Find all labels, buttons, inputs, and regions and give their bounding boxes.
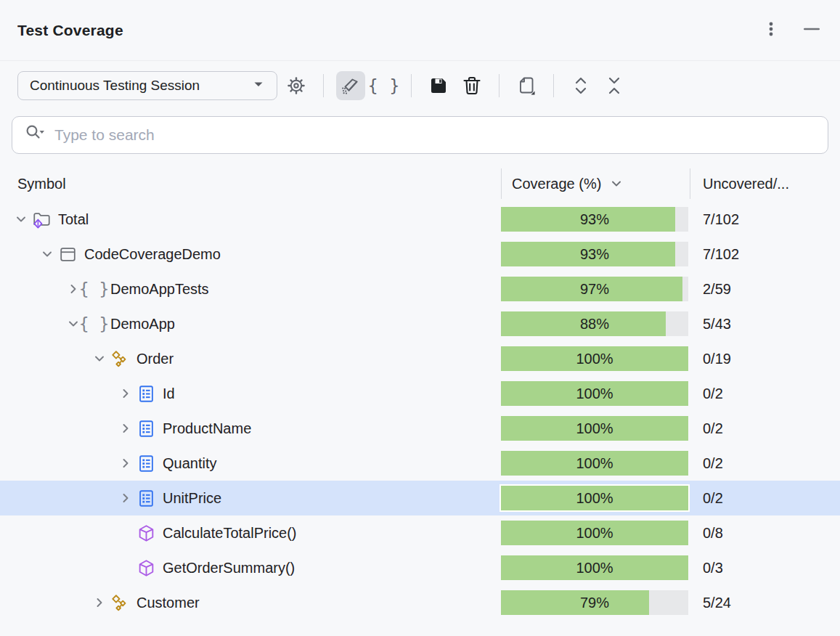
- toolbar-divider: [411, 74, 412, 97]
- coverage-bar: 79%: [501, 590, 688, 615]
- test-coverage-tool-window: Test Coverage Continuous Testing Session: [0, 0, 840, 636]
- chevron-down-icon: [250, 76, 266, 96]
- coverage-percent-label: 93%: [501, 242, 688, 266]
- uncovered-cell: 7/102: [703, 246, 840, 263]
- title-bar: Test Coverage: [0, 0, 840, 61]
- save-icon: [428, 75, 449, 97]
- coverage-toolbar: Continuous Testing Session { }: [0, 61, 840, 110]
- coverage-cell: 93%: [501, 207, 688, 232]
- highlighter-icon: [340, 75, 362, 97]
- kebab-menu-icon: [762, 20, 780, 41]
- tree-row-order[interactable]: Order 100% 0/19: [0, 341, 840, 376]
- uncovered-cell: 5/43: [703, 316, 840, 333]
- search-input[interactable]: [54, 126, 817, 144]
- coverage-cell: 100%: [501, 521, 688, 545]
- coverage-percent-label: 100%: [501, 346, 688, 371]
- symbol-label: UnitPrice: [163, 490, 221, 507]
- gear-icon: [285, 75, 307, 97]
- symbol-label: DemoAppTests: [110, 281, 209, 298]
- symbol-label: Customer: [136, 595, 200, 611]
- coverage-percent-label: 100%: [501, 486, 688, 510]
- expand-chevron-icon[interactable]: [116, 489, 135, 507]
- uncovered-cell: 0/19: [703, 351, 840, 367]
- coverage-tree: Total 93% 7/102 CodeCoverageDemo 93% 7/1…: [0, 202, 840, 636]
- solution-coverage-icon: [32, 210, 52, 229]
- uncovered-cell: 7/102: [703, 211, 840, 228]
- tree-row-unitprice[interactable]: UnitPrice 100% 0/2: [0, 481, 840, 515]
- show-members-button[interactable]: { }: [370, 71, 399, 100]
- tree-row-demoapp[interactable]: { } DemoApp 88% 5/43: [0, 306, 840, 341]
- coverage-bar: 100%: [501, 451, 688, 476]
- property-icon: [136, 489, 156, 508]
- delete-snapshot-button[interactable]: [457, 71, 486, 100]
- symbol-label: ProductName: [163, 420, 251, 437]
- highlight-coverage-button[interactable]: [336, 71, 365, 100]
- coverage-bar: 88%: [501, 311, 688, 336]
- export-icon: [515, 75, 537, 97]
- tree-row-productname[interactable]: ProductName 100% 0/2: [0, 411, 840, 446]
- coverage-cell: 100%: [501, 381, 688, 406]
- method-icon: [136, 523, 156, 543]
- toolbar-divider: [553, 74, 554, 97]
- trash-icon: [461, 75, 483, 97]
- column-header-uncovered[interactable]: Uncovered/...: [690, 176, 840, 192]
- symbol-label: DemoApp: [110, 316, 175, 333]
- expand-chevron-icon[interactable]: [90, 593, 109, 612]
- coverage-cell: 79%: [501, 590, 688, 615]
- collapse-chevron-icon[interactable]: [90, 349, 109, 368]
- expander-spacer: [116, 558, 135, 577]
- collapse-all-icon: [603, 75, 625, 97]
- session-selector-value: Continuous Testing Session: [30, 78, 250, 94]
- coverage-percent-label: 100%: [501, 451, 688, 476]
- tree-row-customer[interactable]: Customer 79% 5/24: [0, 585, 840, 620]
- save-snapshot-button[interactable]: [424, 71, 453, 100]
- coverage-bar: 100%: [501, 555, 688, 580]
- tree-row-id[interactable]: Id 100% 0/2: [0, 376, 840, 411]
- collapse-chevron-icon[interactable]: [12, 210, 30, 229]
- titlebar-actions: [757, 17, 825, 44]
- symbol-label: CodeCoverageDemo: [84, 246, 221, 263]
- symbol-label: Total: [58, 211, 89, 228]
- expand-chevron-icon[interactable]: [116, 454, 135, 473]
- coverage-cell: 93%: [501, 242, 688, 266]
- coverage-bar: 100%: [501, 486, 688, 510]
- column-header-coverage[interactable]: Coverage (%): [502, 176, 690, 192]
- export-report-button[interactable]: [512, 71, 541, 100]
- tree-row-codecoveragedemo[interactable]: CodeCoverageDemo 93% 7/102: [0, 237, 840, 272]
- expand-chevron-icon[interactable]: [116, 419, 135, 438]
- column-header-symbol[interactable]: Symbol: [0, 176, 501, 192]
- coverage-percent-label: 93%: [501, 207, 688, 232]
- toolbar-buttons: { }: [277, 71, 629, 100]
- tree-row-calculatetotalprice[interactable]: CalculateTotalPrice() 100% 0/8: [0, 515, 840, 550]
- collapse-chevron-icon[interactable]: [38, 245, 57, 264]
- coverage-cell: 88%: [501, 311, 688, 336]
- hide-panel-button[interactable]: [798, 17, 825, 44]
- expander-spacer: [116, 523, 135, 542]
- uncovered-cell: 2/59: [703, 281, 840, 298]
- expand-chevron-icon[interactable]: [116, 384, 135, 403]
- class-icon: [110, 349, 130, 369]
- toolbar-divider: [499, 74, 499, 97]
- column-header-coverage-label: Coverage (%): [512, 176, 601, 192]
- search-field[interactable]: [12, 116, 828, 154]
- symbol-label: GetOrderSummary(): [163, 560, 295, 576]
- panel-title: Test Coverage: [17, 22, 123, 39]
- table-header: Symbol Coverage (%) Uncovered/...: [0, 166, 840, 202]
- symbol-label: Id: [163, 386, 175, 402]
- more-options-button[interactable]: [757, 17, 785, 44]
- tree-row-total[interactable]: Total 93% 7/102: [0, 202, 840, 237]
- session-selector[interactable]: Continuous Testing Session: [17, 71, 277, 100]
- expand-all-icon: [570, 75, 592, 97]
- expand-all-button[interactable]: [566, 71, 595, 100]
- settings-button[interactable]: [282, 71, 311, 100]
- namespace-icon: { }: [84, 314, 104, 334]
- coverage-percent-label: 100%: [501, 555, 688, 580]
- tree-row-demoapptests[interactable]: { } DemoAppTests 97% 2/59: [0, 272, 840, 306]
- minimize-icon: [802, 19, 822, 41]
- tree-row-quantity[interactable]: Quantity 100% 0/2: [0, 446, 840, 481]
- property-icon: [136, 384, 156, 404]
- collapse-all-button[interactable]: [600, 71, 629, 100]
- tree-row-getordersummary[interactable]: GetOrderSummary() 100% 0/3: [0, 550, 840, 585]
- coverage-cell: 100%: [501, 555, 688, 580]
- coverage-percent-label: 100%: [501, 416, 688, 441]
